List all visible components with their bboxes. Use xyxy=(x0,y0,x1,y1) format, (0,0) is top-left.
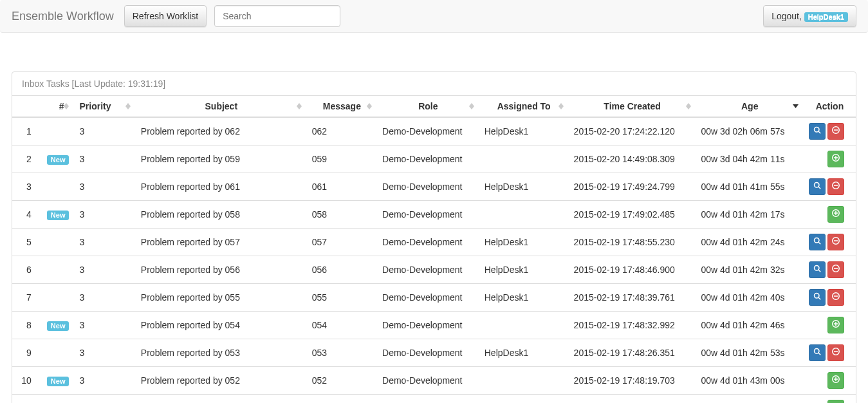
cell-priority: 3 xyxy=(74,367,135,395)
cell-message: 052 xyxy=(307,367,377,395)
cell-message: 061 xyxy=(307,173,377,201)
sort-icon xyxy=(64,103,69,109)
cell-subject: Problem reported by 051 xyxy=(136,395,307,404)
view-button[interactable] xyxy=(809,289,826,306)
cell-role: Demo-Development xyxy=(377,173,479,201)
cell-role: Demo-Development xyxy=(377,284,479,312)
col-age[interactable]: Age xyxy=(696,96,804,118)
add-button[interactable] xyxy=(827,317,844,333)
plus-circle-icon xyxy=(832,376,840,385)
action-group xyxy=(827,206,844,223)
col-assigned[interactable]: Assigned To xyxy=(479,96,569,118)
view-button[interactable] xyxy=(809,261,826,278)
plus-circle-icon xyxy=(832,321,840,330)
add-button[interactable] xyxy=(827,372,844,389)
refresh-worklist-button[interactable]: Refresh Worklist xyxy=(124,5,207,27)
sort-icon xyxy=(559,103,564,109)
search-icon xyxy=(813,182,821,191)
cell-num: 9 xyxy=(12,339,42,367)
remove-button[interactable] xyxy=(827,178,844,195)
cell-priority: 3 xyxy=(74,117,135,145)
add-button[interactable] xyxy=(827,400,844,403)
svg-marker-11 xyxy=(559,106,564,109)
brand: Ensemble Workflow xyxy=(12,10,116,23)
col-message[interactable]: Message xyxy=(307,96,377,118)
action-group xyxy=(827,400,844,403)
cell-subject: Problem reported by 062 xyxy=(136,117,307,145)
sort-icon xyxy=(367,103,372,109)
cell-num: 5 xyxy=(12,229,42,256)
cell-new: New xyxy=(42,395,75,404)
cell-time: 2015-02-19 17:48:26.351 xyxy=(569,339,696,367)
col-role[interactable]: Role xyxy=(377,96,479,118)
cell-subject: Problem reported by 061 xyxy=(136,173,307,201)
cell-new: New xyxy=(42,145,75,173)
add-button[interactable] xyxy=(827,151,844,167)
svg-point-15 xyxy=(815,127,820,133)
logout-label: Logout, xyxy=(771,11,802,21)
search-input[interactable] xyxy=(214,5,340,27)
action-group xyxy=(809,234,844,250)
cell-role: Demo-Development xyxy=(377,117,479,145)
minus-circle-icon xyxy=(832,348,840,357)
svg-marker-14 xyxy=(793,104,799,108)
panel-heading: Inbox Tasks [Last Update: 19:31:19] xyxy=(12,72,856,95)
cell-num: 3 xyxy=(12,173,42,201)
cell-new: New xyxy=(42,201,75,229)
action-group xyxy=(827,151,844,167)
minus-circle-icon xyxy=(832,238,840,247)
remove-button[interactable] xyxy=(827,234,844,250)
add-button[interactable] xyxy=(827,206,844,223)
view-button[interactable] xyxy=(809,178,826,195)
table-row: 63Problem reported by 056056Demo-Develop… xyxy=(12,256,856,284)
cell-num: 2 xyxy=(12,145,42,173)
cell-assigned: HelpDesk1 xyxy=(479,256,569,284)
remove-button[interactable] xyxy=(827,289,844,306)
cell-time: 2015-02-20 14:49:08.309 xyxy=(569,145,696,173)
table-row: 8New3Problem reported by 054054Demo-Deve… xyxy=(12,312,856,339)
col-num[interactable]: # xyxy=(12,96,74,118)
cell-role: Demo-Development xyxy=(377,395,479,404)
view-button[interactable] xyxy=(809,344,826,361)
cell-priority: 3 xyxy=(74,284,135,312)
col-subject[interactable]: Subject xyxy=(136,96,307,118)
new-badge: New xyxy=(47,321,69,331)
col-time[interactable]: Time Created xyxy=(569,96,696,118)
cell-age: 00w 4d 01h 43m 00s xyxy=(696,367,804,395)
svg-point-22 xyxy=(815,183,820,188)
cell-subject: Problem reported by 056 xyxy=(136,256,307,284)
remove-button[interactable] xyxy=(827,261,844,278)
remove-button[interactable] xyxy=(827,344,844,361)
remove-button[interactable] xyxy=(827,123,844,140)
col-role-label: Role xyxy=(418,101,438,111)
cell-new xyxy=(42,256,75,284)
table-row: 11New3Problem reported by 051051Demo-Dev… xyxy=(12,395,856,404)
cell-role: Demo-Development xyxy=(377,339,479,367)
cell-subject: Problem reported by 054 xyxy=(136,312,307,339)
cell-time: 2015-02-19 17:48:12.523 xyxy=(569,395,696,404)
cell-age: 00w 3d 02h 06m 57s xyxy=(696,117,804,145)
logout-button[interactable]: Logout, HelpDesk1 xyxy=(763,5,856,27)
cell-subject: Problem reported by 058 xyxy=(136,201,307,229)
inbox-panel: Inbox Tasks [Last Update: 19:31:19] # Pr… xyxy=(12,71,856,403)
cell-action xyxy=(804,367,856,395)
view-button[interactable] xyxy=(809,234,826,250)
cell-subject: Problem reported by 059 xyxy=(136,145,307,173)
table-row: 53Problem reported by 057057Demo-Develop… xyxy=(12,229,856,256)
col-time-label: Time Created xyxy=(604,101,660,111)
search-icon xyxy=(813,127,821,136)
col-action-label: Action xyxy=(816,101,844,111)
cell-time: 2015-02-20 17:24:22.120 xyxy=(569,117,696,145)
cell-num: 6 xyxy=(12,256,42,284)
col-message-label: Message xyxy=(323,101,361,111)
cell-priority: 3 xyxy=(74,395,135,404)
plus-circle-icon xyxy=(832,210,840,219)
cell-new: New xyxy=(42,312,75,339)
action-group xyxy=(809,123,844,140)
col-priority[interactable]: Priority xyxy=(74,96,135,118)
cell-message: 056 xyxy=(307,256,377,284)
cell-action xyxy=(804,117,856,145)
svg-marker-7 xyxy=(367,106,372,109)
table-row: 73Problem reported by 055055Demo-Develop… xyxy=(12,284,856,312)
view-button[interactable] xyxy=(809,123,826,140)
